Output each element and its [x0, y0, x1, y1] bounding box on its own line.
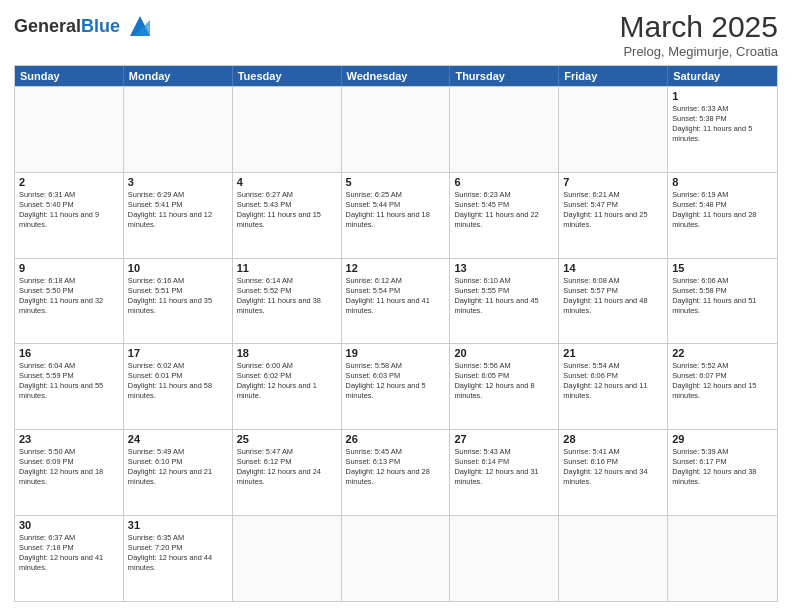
- day-number: 12: [346, 262, 446, 274]
- sun-info: Sunrise: 6:21 AM Sunset: 5:47 PM Dayligh…: [563, 190, 663, 230]
- day-number: 15: [672, 262, 773, 274]
- cal-row-4: 23Sunrise: 5:50 AM Sunset: 6:09 PM Dayli…: [15, 429, 777, 515]
- day-number: 2: [19, 176, 119, 188]
- day-number: 29: [672, 433, 773, 445]
- cal-cell: 8Sunrise: 6:19 AM Sunset: 5:48 PM Daylig…: [668, 173, 777, 258]
- sun-info: Sunrise: 5:52 AM Sunset: 6:07 PM Dayligh…: [672, 361, 773, 401]
- day-number: 31: [128, 519, 228, 531]
- cal-cell: [559, 87, 668, 172]
- logo-general: GeneralBlue: [14, 17, 120, 35]
- day-number: 21: [563, 347, 663, 359]
- day-number: 4: [237, 176, 337, 188]
- cal-cell: 12Sunrise: 6:12 AM Sunset: 5:54 PM Dayli…: [342, 259, 451, 344]
- cal-cell: 27Sunrise: 5:43 AM Sunset: 6:14 PM Dayli…: [450, 430, 559, 515]
- cal-cell: 1Sunrise: 6:33 AM Sunset: 5:38 PM Daylig…: [668, 87, 777, 172]
- cal-cell: 16Sunrise: 6:04 AM Sunset: 5:59 PM Dayli…: [15, 344, 124, 429]
- cal-cell: [233, 516, 342, 601]
- month-year: March 2025: [620, 10, 778, 44]
- sun-info: Sunrise: 5:43 AM Sunset: 6:14 PM Dayligh…: [454, 447, 554, 487]
- sun-info: Sunrise: 5:49 AM Sunset: 6:10 PM Dayligh…: [128, 447, 228, 487]
- cal-cell: 21Sunrise: 5:54 AM Sunset: 6:06 PM Dayli…: [559, 344, 668, 429]
- day-number: 26: [346, 433, 446, 445]
- sun-info: Sunrise: 6:00 AM Sunset: 6:02 PM Dayligh…: [237, 361, 337, 401]
- cal-cell: 9Sunrise: 6:18 AM Sunset: 5:50 PM Daylig…: [15, 259, 124, 344]
- cal-row-1: 2Sunrise: 6:31 AM Sunset: 5:40 PM Daylig…: [15, 172, 777, 258]
- header-saturday: Saturday: [668, 66, 777, 86]
- logo: GeneralBlue: [14, 10, 156, 42]
- cal-cell: 31Sunrise: 6:35 AM Sunset: 7:20 PM Dayli…: [124, 516, 233, 601]
- sun-info: Sunrise: 6:27 AM Sunset: 5:43 PM Dayligh…: [237, 190, 337, 230]
- day-number: 5: [346, 176, 446, 188]
- day-number: 20: [454, 347, 554, 359]
- cal-cell: 26Sunrise: 5:45 AM Sunset: 6:13 PM Dayli…: [342, 430, 451, 515]
- day-number: 13: [454, 262, 554, 274]
- sun-info: Sunrise: 6:31 AM Sunset: 5:40 PM Dayligh…: [19, 190, 119, 230]
- day-number: 7: [563, 176, 663, 188]
- calendar-header: Sunday Monday Tuesday Wednesday Thursday…: [15, 66, 777, 86]
- sun-info: Sunrise: 6:16 AM Sunset: 5:51 PM Dayligh…: [128, 276, 228, 316]
- day-number: 30: [19, 519, 119, 531]
- day-number: 28: [563, 433, 663, 445]
- day-number: 23: [19, 433, 119, 445]
- sun-info: Sunrise: 6:25 AM Sunset: 5:44 PM Dayligh…: [346, 190, 446, 230]
- cal-cell: 10Sunrise: 6:16 AM Sunset: 5:51 PM Dayli…: [124, 259, 233, 344]
- cal-cell: 4Sunrise: 6:27 AM Sunset: 5:43 PM Daylig…: [233, 173, 342, 258]
- header-monday: Monday: [124, 66, 233, 86]
- day-number: 18: [237, 347, 337, 359]
- header-sunday: Sunday: [15, 66, 124, 86]
- cal-cell: 7Sunrise: 6:21 AM Sunset: 5:47 PM Daylig…: [559, 173, 668, 258]
- title-block: March 2025 Prelog, Megimurje, Croatia: [620, 10, 778, 59]
- day-number: 6: [454, 176, 554, 188]
- sun-info: Sunrise: 6:23 AM Sunset: 5:45 PM Dayligh…: [454, 190, 554, 230]
- cal-cell: 2Sunrise: 6:31 AM Sunset: 5:40 PM Daylig…: [15, 173, 124, 258]
- cal-cell: 19Sunrise: 5:58 AM Sunset: 6:03 PM Dayli…: [342, 344, 451, 429]
- sun-info: Sunrise: 5:58 AM Sunset: 6:03 PM Dayligh…: [346, 361, 446, 401]
- sun-info: Sunrise: 5:54 AM Sunset: 6:06 PM Dayligh…: [563, 361, 663, 401]
- sun-info: Sunrise: 6:08 AM Sunset: 5:57 PM Dayligh…: [563, 276, 663, 316]
- sun-info: Sunrise: 5:39 AM Sunset: 6:17 PM Dayligh…: [672, 447, 773, 487]
- sun-info: Sunrise: 6:10 AM Sunset: 5:55 PM Dayligh…: [454, 276, 554, 316]
- day-number: 8: [672, 176, 773, 188]
- header-thursday: Thursday: [450, 66, 559, 86]
- sun-info: Sunrise: 6:02 AM Sunset: 6:01 PM Dayligh…: [128, 361, 228, 401]
- cal-row-0: 1Sunrise: 6:33 AM Sunset: 5:38 PM Daylig…: [15, 86, 777, 172]
- day-number: 1: [672, 90, 773, 102]
- cal-cell: [124, 87, 233, 172]
- cal-cell: 6Sunrise: 6:23 AM Sunset: 5:45 PM Daylig…: [450, 173, 559, 258]
- sun-info: Sunrise: 6:37 AM Sunset: 7:18 PM Dayligh…: [19, 533, 119, 573]
- cal-cell: 24Sunrise: 5:49 AM Sunset: 6:10 PM Dayli…: [124, 430, 233, 515]
- calendar: Sunday Monday Tuesday Wednesday Thursday…: [14, 65, 778, 602]
- calendar-body: 1Sunrise: 6:33 AM Sunset: 5:38 PM Daylig…: [15, 86, 777, 601]
- sun-info: Sunrise: 6:19 AM Sunset: 5:48 PM Dayligh…: [672, 190, 773, 230]
- day-number: 22: [672, 347, 773, 359]
- cal-cell: [559, 516, 668, 601]
- day-number: 27: [454, 433, 554, 445]
- cal-cell: 18Sunrise: 6:00 AM Sunset: 6:02 PM Dayli…: [233, 344, 342, 429]
- cal-cell: 14Sunrise: 6:08 AM Sunset: 5:57 PM Dayli…: [559, 259, 668, 344]
- cal-cell: [342, 516, 451, 601]
- location: Prelog, Megimurje, Croatia: [620, 44, 778, 59]
- cal-cell: 13Sunrise: 6:10 AM Sunset: 5:55 PM Dayli…: [450, 259, 559, 344]
- sun-info: Sunrise: 5:50 AM Sunset: 6:09 PM Dayligh…: [19, 447, 119, 487]
- header-friday: Friday: [559, 66, 668, 86]
- sun-info: Sunrise: 5:47 AM Sunset: 6:12 PM Dayligh…: [237, 447, 337, 487]
- day-number: 17: [128, 347, 228, 359]
- day-number: 19: [346, 347, 446, 359]
- sun-info: Sunrise: 6:18 AM Sunset: 5:50 PM Dayligh…: [19, 276, 119, 316]
- day-number: 3: [128, 176, 228, 188]
- cal-cell: [15, 87, 124, 172]
- header-wednesday: Wednesday: [342, 66, 451, 86]
- sun-info: Sunrise: 6:04 AM Sunset: 5:59 PM Dayligh…: [19, 361, 119, 401]
- cal-cell: [450, 87, 559, 172]
- cal-cell: 5Sunrise: 6:25 AM Sunset: 5:44 PM Daylig…: [342, 173, 451, 258]
- cal-cell: 15Sunrise: 6:06 AM Sunset: 5:58 PM Dayli…: [668, 259, 777, 344]
- day-number: 14: [563, 262, 663, 274]
- sun-info: Sunrise: 6:14 AM Sunset: 5:52 PM Dayligh…: [237, 276, 337, 316]
- day-number: 10: [128, 262, 228, 274]
- cal-cell: 20Sunrise: 5:56 AM Sunset: 6:05 PM Dayli…: [450, 344, 559, 429]
- day-number: 16: [19, 347, 119, 359]
- sun-info: Sunrise: 6:33 AM Sunset: 5:38 PM Dayligh…: [672, 104, 773, 144]
- sun-info: Sunrise: 6:06 AM Sunset: 5:58 PM Dayligh…: [672, 276, 773, 316]
- day-number: 24: [128, 433, 228, 445]
- logo-text: GeneralBlue: [14, 17, 120, 35]
